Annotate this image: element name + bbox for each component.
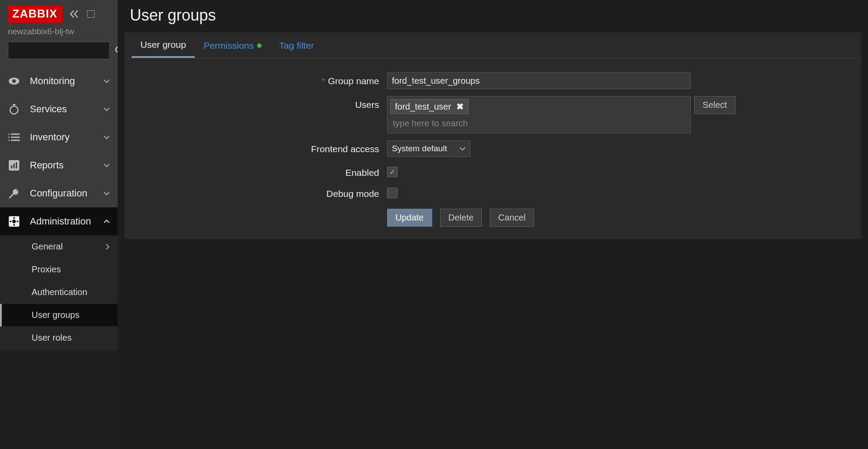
- sidebar-item-monitoring[interactable]: Monitoring: [0, 67, 118, 95]
- subnav-label: Proxies: [32, 264, 61, 274]
- update-button[interactable]: Update: [387, 209, 432, 227]
- subnav-authentication[interactable]: Authentication: [0, 281, 118, 304]
- debug-mode-checkbox[interactable]: [387, 188, 398, 198]
- sidebar-item-label: Configuration: [30, 188, 87, 199]
- select-value: System default: [392, 144, 447, 153]
- svg-point-12: [8, 137, 10, 138]
- subnav-proxies[interactable]: Proxies: [0, 258, 118, 281]
- sidebar-item-reports[interactable]: Reports: [0, 151, 118, 179]
- debug-mode-label: Debug mode: [133, 185, 379, 199]
- svg-rect-17: [16, 162, 17, 168]
- tab-label: User group: [140, 39, 186, 50]
- tab-user-group[interactable]: User group: [132, 32, 195, 58]
- tab-tag-filter[interactable]: Tag filter: [270, 32, 323, 58]
- group-name-label: *Group name: [133, 72, 379, 86]
- wrench-icon: [8, 187, 20, 200]
- sidebar-controls: [70, 10, 95, 18]
- sidebar-item-label: Monitoring: [30, 75, 75, 87]
- sidebar-item-services[interactable]: Services: [0, 95, 118, 123]
- search-box[interactable]: [8, 42, 110, 59]
- required-marker: *: [322, 76, 325, 86]
- chevron-down-icon: [104, 135, 110, 139]
- chevron-down-icon: [104, 191, 110, 196]
- svg-rect-16: [14, 164, 15, 168]
- svg-point-5: [10, 106, 18, 114]
- form-buttons: Update Delete Cancel: [125, 203, 861, 227]
- sidebar-item-label: Reports: [30, 160, 64, 171]
- chevron-down-icon: [459, 146, 466, 151]
- admin-submenu: General Proxies Authentication User grou…: [0, 235, 118, 349]
- sidebar-item-label: Inventory: [30, 132, 70, 143]
- sidebar-item-administration[interactable]: Administration: [0, 207, 118, 235]
- group-name-input[interactable]: [387, 72, 691, 89]
- user-chip-label: ford_test_user: [395, 102, 451, 112]
- page-title: User groups: [118, 0, 868, 32]
- gear-icon: [8, 215, 20, 228]
- svg-rect-0: [87, 11, 94, 18]
- svg-rect-6: [13, 104, 15, 105]
- chevron-up-icon: [104, 219, 110, 224]
- svg-rect-23: [17, 221, 18, 222]
- tab-label: Permissions: [204, 40, 254, 51]
- status-dot-icon: [257, 43, 262, 48]
- collapse-sidebar-icon[interactable]: [70, 10, 81, 18]
- chevron-right-icon: [105, 244, 110, 250]
- enabled-checkbox[interactable]: [387, 167, 398, 177]
- main-content: User groups User group Permissions Tag f…: [118, 0, 868, 449]
- eye-icon: [8, 75, 20, 87]
- svg-rect-22: [10, 221, 11, 222]
- svg-rect-20: [14, 217, 15, 219]
- nav: Monitoring Services Inventory: [0, 67, 118, 449]
- sidebar-item-label: Administration: [30, 216, 91, 227]
- chevron-down-icon: [104, 163, 110, 167]
- subnav-label: General: [32, 242, 63, 252]
- list-icon: [8, 131, 20, 143]
- svg-point-13: [8, 140, 10, 141]
- sidebar: ZABBIX newzabbix6-blj-tw: [0, 0, 118, 449]
- subnav-user-groups[interactable]: User groups: [0, 304, 118, 327]
- server-name: newzabbix6-blj-tw: [0, 25, 118, 42]
- sidebar-item-inventory[interactable]: Inventory: [0, 123, 118, 151]
- sidebar-item-configuration[interactable]: Configuration: [0, 179, 118, 207]
- subnav-label: User roles: [32, 333, 72, 343]
- chevron-down-icon: [104, 107, 110, 111]
- remove-chip-icon[interactable]: ✖: [456, 101, 464, 112]
- svg-point-4: [12, 79, 16, 83]
- users-search-input[interactable]: [390, 117, 688, 130]
- stopwatch-icon: [8, 103, 20, 115]
- user-group-form: *Group name Users ford_test_user ✖: [125, 58, 861, 239]
- search-input[interactable]: [13, 46, 115, 55]
- subnav-label: User groups: [32, 310, 79, 320]
- subnav-user-roles[interactable]: User roles: [0, 327, 118, 349]
- svg-rect-21: [14, 224, 15, 226]
- frontend-access-select[interactable]: System default: [387, 140, 470, 157]
- tabs: User group Permissions Tag filter: [125, 32, 861, 58]
- svg-rect-15: [11, 165, 12, 168]
- users-label: Users: [133, 96, 379, 110]
- bar-chart-icon: [8, 159, 20, 171]
- content-panel: User group Permissions Tag filter *Group…: [125, 32, 861, 239]
- svg-point-11: [8, 134, 10, 135]
- tab-label: Tag filter: [279, 40, 314, 51]
- select-users-button[interactable]: Select: [694, 96, 735, 114]
- svg-point-19: [12, 220, 16, 223]
- delete-button[interactable]: Delete: [440, 209, 482, 227]
- subnav-label: Authentication: [32, 287, 87, 297]
- users-multiselect[interactable]: ford_test_user ✖: [387, 96, 691, 133]
- logo[interactable]: ZABBIX: [8, 5, 62, 22]
- kiosk-mode-icon[interactable]: [86, 10, 95, 18]
- enabled-label: Enabled: [133, 164, 379, 178]
- cancel-button[interactable]: Cancel: [490, 209, 534, 227]
- frontend-access-label: Frontend access: [133, 140, 379, 154]
- sidebar-header: ZABBIX newzabbix6-blj-tw: [0, 0, 118, 67]
- logo-row: ZABBIX: [0, 0, 118, 25]
- chevron-down-icon: [104, 79, 110, 83]
- subnav-general[interactable]: General: [0, 235, 118, 258]
- tab-permissions[interactable]: Permissions: [195, 32, 270, 58]
- user-chip: ford_test_user ✖: [390, 99, 469, 114]
- sidebar-item-label: Services: [30, 103, 67, 115]
